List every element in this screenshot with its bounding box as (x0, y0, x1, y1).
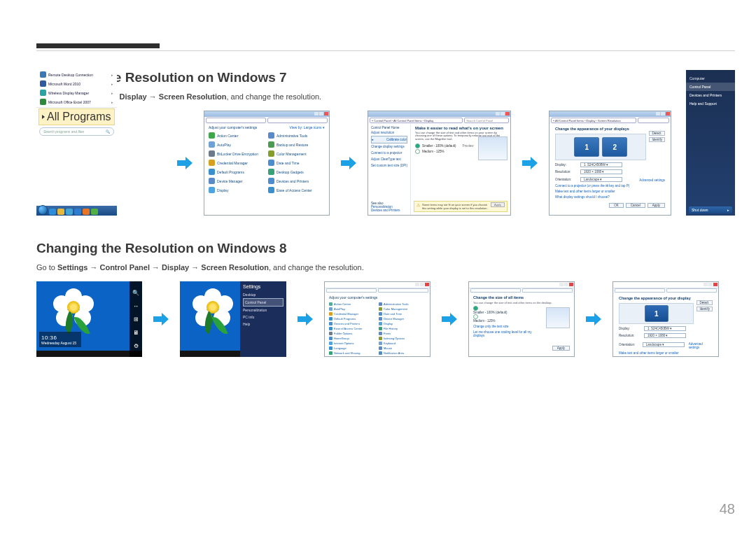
sidebar-link[interactable]: Set custom text size (DPI) (371, 162, 407, 169)
text-size-link[interactable]: Make text and other items larger or smal… (555, 190, 665, 193)
orientation-select[interactable]: Landscape ▾ (643, 342, 685, 347)
projector-link[interactable]: Connect to a projector (or press the ⊞ k… (555, 184, 665, 188)
window-controls[interactable] (656, 112, 670, 115)
cp-item[interactable]: Default Programs (329, 316, 376, 321)
charm-devices-icon[interactable]: 🖥 (132, 329, 139, 336)
cp-item[interactable]: Keyboard (379, 341, 426, 346)
cp-item[interactable]: Programs and Features (379, 356, 426, 357)
resolution-select[interactable]: 1920 × 1080 ▾ (580, 169, 622, 174)
taskbar-pin[interactable] (57, 209, 64, 215)
orientation-select[interactable]: Landscape ▾ (580, 177, 622, 182)
sidebar-link[interactable]: ● Calibrate color (371, 136, 407, 143)
cp-item[interactable]: Display (379, 321, 426, 326)
detect-button[interactable]: Detect (696, 300, 713, 305)
advanced-settings-link[interactable]: Advanced settings (689, 342, 713, 349)
cp-item[interactable]: Date and Time (268, 158, 325, 167)
cp-item[interactable]: Ease of Access Center (329, 326, 376, 331)
cp-item[interactable]: Credential Manager (209, 158, 265, 167)
cp-item[interactable]: Fonts (379, 331, 426, 336)
cp-item[interactable]: AutoPlay (209, 140, 265, 149)
display-select[interactable]: 1. S24C450BW ▾ (580, 162, 622, 167)
settings-panel-item[interactable]: Control Panel (243, 298, 284, 307)
address-bar[interactable]: « All Control Panel Items › Display › Sc… (551, 118, 669, 123)
monitor-1-icon[interactable]: 1 (574, 137, 599, 157)
cp-item[interactable]: AutoPlay (329, 307, 376, 311)
address-bar[interactable] (326, 288, 428, 293)
taskbar-pin[interactable] (91, 209, 98, 215)
start-orb-icon[interactable] (38, 205, 48, 215)
cp-item[interactable]: Display (209, 185, 265, 195)
sidebar-link[interactable]: Adjust ClearType text (371, 156, 407, 162)
charm-settings-icon[interactable]: ⚙ (132, 342, 139, 349)
cp-item[interactable]: Language (329, 346, 376, 351)
settings-panel-item[interactable]: Personalization (243, 307, 284, 314)
monitor-1-icon[interactable]: 1 (645, 305, 668, 322)
cp-item[interactable]: Credential Manager (329, 311, 376, 316)
settings-panel-item[interactable]: Help (243, 321, 284, 328)
cp-item[interactable]: File History (379, 326, 426, 331)
scaling-link[interactable]: Let me choose one scaling level for all … (473, 330, 542, 337)
cp-heading-viewby[interactable]: View by: Large icons ▾ (290, 125, 325, 129)
cp-item[interactable]: Devices and Printers (268, 176, 325, 185)
charms-bar[interactable]: 🔍 ↔ ⊞ 🖥 ⚙ (130, 281, 142, 357)
taskbar-pin[interactable] (74, 209, 81, 215)
apply-button[interactable]: Apply (552, 346, 570, 351)
resolution-select[interactable]: 1920 × 1080 ▾ (644, 333, 686, 338)
taskbar[interactable] (36, 206, 117, 216)
address-bar[interactable] (206, 118, 328, 123)
charm-start-icon[interactable]: ⊞ (132, 316, 139, 323)
cp-item[interactable]: Desktop Gadgets (268, 167, 325, 176)
detect-button[interactable]: Detect (649, 131, 665, 136)
apply-button[interactable]: Apply (491, 202, 505, 207)
start-right-item[interactable]: Help and Support (686, 99, 735, 108)
monitor-preview-area[interactable]: 1 2 (555, 134, 646, 160)
cp-item[interactable]: BitLocker Drive Encryption (209, 149, 265, 158)
sidebar-link[interactable]: Connect to a projector (371, 150, 407, 156)
identify-button[interactable]: Identify (696, 307, 713, 311)
cp-item[interactable]: Color Management (379, 307, 426, 311)
charm-share-icon[interactable]: ↔ (132, 302, 139, 309)
cp-item[interactable]: Action Center (209, 131, 265, 140)
advanced-settings-link[interactable]: Advanced settings (639, 178, 665, 182)
window-controls[interactable] (415, 283, 429, 286)
cp-item[interactable]: Backup and Restore (268, 140, 325, 149)
taskbar[interactable] (36, 351, 142, 357)
start-right-item[interactable]: Control Panel (686, 83, 735, 91)
taskbar-pin[interactable] (49, 209, 56, 215)
cp-item[interactable]: Action Center (329, 302, 376, 307)
window-controls[interactable] (559, 283, 573, 286)
start-item[interactable]: Microsoft Word 2010 ▸ (36, 79, 117, 88)
taskbar-pin[interactable] (83, 209, 90, 215)
window-controls[interactable] (314, 112, 328, 115)
cp-item[interactable]: Date and Time (379, 311, 426, 316)
address-bar[interactable]: « Control Panel › All Control Panel Item… (370, 118, 509, 123)
cp-item[interactable]: Notification Area (379, 351, 426, 356)
identify-button[interactable]: Identify (649, 137, 665, 142)
cp-item[interactable]: Default Programs (209, 167, 265, 176)
cp-item[interactable]: Ease of Access Center (268, 185, 325, 195)
cp-item[interactable]: Mouse (379, 346, 426, 351)
start-item[interactable]: Wireless Display Manager ▸ (36, 88, 117, 97)
sidebar-link[interactable]: Adjust resolution (371, 129, 407, 136)
sidebar-link[interactable]: Change display settings (371, 143, 407, 150)
address-bar[interactable] (615, 288, 717, 293)
all-programs-button[interactable]: All Programs (38, 108, 115, 125)
address-bar[interactable] (470, 288, 573, 293)
window-controls[interactable] (704, 283, 718, 286)
taskbar[interactable] (180, 351, 246, 357)
start-search-input[interactable]: Search programs and files 🔍 (39, 127, 114, 136)
monitor-preview-area[interactable]: 1 (619, 303, 694, 324)
cp-item[interactable]: Network and Sharing (329, 351, 376, 356)
display-select[interactable]: 1. S24C450BW ▾ (644, 326, 686, 331)
start-right-item[interactable]: Devices and Printers (686, 91, 735, 99)
settings-panel-item[interactable]: Desktop (243, 291, 284, 298)
window-controls[interactable] (496, 112, 510, 115)
cp-item[interactable]: Device Manager (379, 316, 426, 321)
cp-item[interactable]: Power Options (329, 356, 376, 357)
scale-medium-radio[interactable]: Medium - 125% (473, 314, 542, 323)
shutdown-button[interactable]: Shut down ▸ (689, 206, 732, 213)
taskbar-pin[interactable] (66, 209, 73, 215)
cp-item[interactable]: Internet Options (329, 341, 376, 346)
start-item[interactable]: Microsoft Office Excel 2007 ▸ (36, 97, 117, 106)
text-size-link[interactable]: Change only the text size (473, 325, 542, 328)
